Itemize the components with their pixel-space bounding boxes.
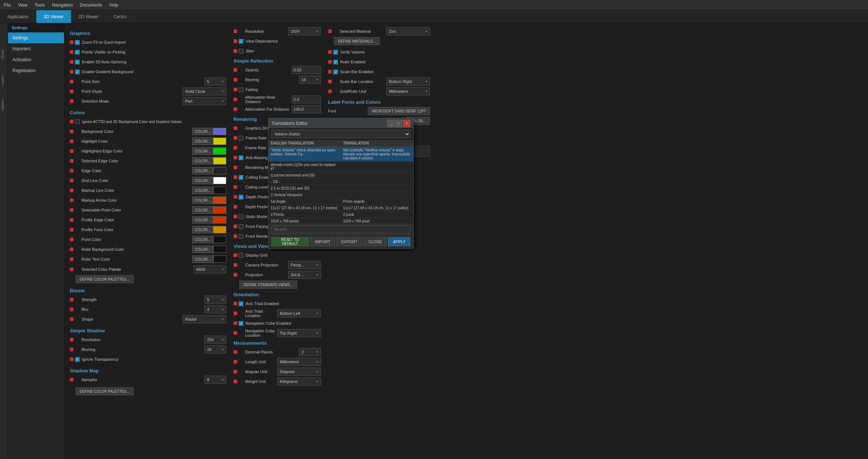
cb-shadow-ignore-transparency-box[interactable] (75, 357, 80, 362)
lang-select[interactable]: Italiano (Italia) (271, 130, 410, 138)
select-shadow-resolution[interactable]: 256 ▾ (204, 336, 226, 344)
cb-enable-3d[interactable]: Enable 3D Auto-Spinning (75, 60, 127, 64)
cb-frame-rate-enabled-box[interactable] (239, 136, 243, 141)
cb-fading-box[interactable] (239, 87, 243, 92)
select-bloom-blur[interactable]: 4 ▾ (204, 305, 226, 313)
cb-jitter[interactable]: Jitter (239, 49, 254, 54)
select-point-size[interactable]: 5 ▾ (204, 78, 226, 86)
select-shadow-map-samples[interactable]: 8 ▾ (204, 376, 226, 384)
cb-ignore-act3d[interactable]: Ignore ACT3D and 3D Background Color and… (75, 119, 182, 124)
translations-dialog[interactable]: Translations Editor _ □ × Italiano (Ital… (268, 118, 414, 249)
color-btn-12[interactable]: COLOR... (192, 246, 213, 253)
cb-culling-enabled-box[interactable] (239, 175, 243, 180)
select-resolution[interactable]: 1024 ▾ (288, 27, 321, 35)
cb-display-grid-box[interactable] (239, 253, 243, 258)
sidebar-item-registration[interactable]: Registration (8, 65, 64, 76)
color-btn-10[interactable]: COLOR... (192, 226, 213, 233)
cb-fading[interactable]: Fading (239, 87, 258, 92)
reset-to-default-button[interactable]: RESET TO DEFAULT (271, 237, 308, 246)
color-btn-2[interactable]: COLOR... (192, 147, 213, 155)
select-bloom-shape[interactable]: Radial ▾ (183, 315, 226, 323)
tab-centro[interactable]: Centro (106, 10, 134, 23)
import-button[interactable]: IMPORT (310, 237, 335, 246)
menu-help[interactable]: Help (106, 1, 122, 9)
dialog-row-4[interactable]: 2.5 to 2019 (2D and 3D) (268, 185, 413, 192)
input-attenuation-far[interactable] (292, 105, 321, 113)
dialog-row-1[interactable]: already exists.(1)Do you want to replace… (268, 162, 413, 172)
cb-zoom-fit[interactable]: Zoom Fit on Each Import (75, 40, 126, 45)
cb-anti-aliasing[interactable]: Anti-Aliasing (239, 155, 268, 160)
apply-button[interactable]: APPLY (388, 237, 410, 246)
export-button[interactable]: EXPORT (337, 237, 362, 246)
color-btn-8[interactable]: COLOR... (192, 206, 213, 214)
dialog-minimize-button[interactable]: _ (387, 120, 394, 127)
cb-front-rendered-pmi-box[interactable] (239, 234, 243, 239)
select-scale-bar-location[interactable]: Bottom Right ▾ (386, 78, 430, 86)
select-selection-mode[interactable]: Part ▾ (183, 97, 226, 105)
select-grid-ruler-unit[interactable]: Millimeters ▾ (386, 87, 430, 95)
nav-icon-layers[interactable]: Layers (1, 63, 7, 85)
cb-ignore-act3d-box[interactable] (75, 119, 80, 124)
color-btn-9[interactable]: COLOR... (192, 216, 213, 223)
dialog-close-button[interactable]: × (403, 120, 410, 127)
select-shadow-blurring[interactable]: 16 ▾ (204, 345, 226, 353)
cb-ruler-enabled-box[interactable] (333, 60, 338, 64)
cb-points-visible-box[interactable] (75, 50, 80, 55)
color-btn-1[interactable]: COLOR... (192, 138, 213, 145)
cb-ruler-enabled[interactable]: Ruler Enabled (333, 60, 366, 64)
tab-2d-viewer[interactable]: 2D Viewer (71, 10, 106, 23)
cb-view-dependence-box[interactable] (239, 39, 243, 44)
cb-front-facing-pmi-box[interactable] (239, 224, 243, 229)
cb-enable-3d-box[interactable] (75, 60, 80, 64)
dialog-row-0[interactable]: "Verify Volume" check detected an open s… (268, 147, 413, 162)
color-btn-6[interactable]: COLOR... (192, 187, 213, 194)
dialog-row-8[interactable]: 2 Points 2 punti (268, 211, 413, 218)
select-camera-projection[interactable]: Persp... ▾ (288, 261, 321, 269)
dialog-row-3[interactable]: - OK - (268, 179, 413, 185)
select-point-glyph[interactable]: Solid Circle ▾ (183, 87, 226, 95)
define-standard-views-button[interactable]: DEFINE STANDARD VIEWS... (239, 281, 297, 289)
cb-navigation-cube-enabled-box[interactable] (239, 321, 243, 326)
select-axis-triad-location[interactable]: Bottom Left ▾ (277, 309, 321, 317)
dialog-row-9[interactable]: 1024 x 768 pixels 1024 x 768 pixel (268, 218, 413, 224)
color-btn-7[interactable]: COLOR... (192, 197, 213, 204)
sidebar-item-activation[interactable]: Activation (8, 54, 64, 65)
menu-navigation[interactable]: Navigation (48, 1, 76, 9)
cb-enable-gradient-box[interactable] (75, 70, 80, 74)
color-btn-4[interactable]: COLOR... (192, 167, 213, 174)
cb-points-visible[interactable]: Points Visible on Picking (75, 50, 126, 55)
nav-icon-library[interactable]: Library (1, 38, 7, 60)
tab-3d-viewer[interactable]: 3D Viewer (36, 10, 71, 23)
menu-view[interactable]: View (14, 1, 31, 9)
define-materials-button[interactable]: DEFINE MATERIALS... (334, 37, 380, 45)
dialog-search-input[interactable] (271, 225, 410, 233)
define-palettes-button[interactable]: DEFINE COLOR PALETTES... (76, 275, 134, 283)
select-blurring[interactable]: 16 ▾ (299, 76, 321, 84)
select-decimal-places[interactable]: 2 ▾ (299, 348, 321, 356)
dialog-maximize-button[interactable]: □ (395, 120, 402, 127)
cb-enable-gradient[interactable]: Enable Gradient Background (75, 70, 133, 74)
nav-icon-options[interactable]: Options (1, 89, 7, 111)
menu-documents[interactable]: Documents (76, 1, 106, 9)
dialog-row-5[interactable]: 2 Vertical Viewports (268, 192, 413, 198)
input-attenuation-near[interactable] (292, 95, 321, 103)
select-selected-palette[interactable]: ANSI ▾ (194, 265, 226, 273)
sidebar-item-settings[interactable]: Settings (8, 32, 64, 43)
tab-application[interactable]: Application (0, 10, 36, 23)
font-value-button[interactable]: MICROSOFT SANS SERIF 12PT (368, 107, 430, 115)
color-btn-11[interactable]: COLOR... (192, 236, 213, 243)
select-projection[interactable]: 3rd A... ▾ (288, 271, 321, 279)
select-weight-unit[interactable]: Kilograms ▾ (277, 377, 321, 385)
cb-verify-volume-box[interactable] (333, 50, 338, 55)
menu-tools[interactable]: Tools (31, 1, 48, 9)
dialog-row-6[interactable]: 1st Angle Primo angolo (268, 198, 413, 205)
color-btn-13[interactable]: COLOR... (192, 256, 213, 263)
cb-shadow-ignore-transparency[interactable]: Ignore Transparency (75, 357, 119, 362)
define-color-palettes-bottom-button[interactable]: DEFINE COLOR PALETTES... (76, 387, 134, 395)
cb-zoom-fit-box[interactable] (75, 40, 80, 45)
menu-file[interactable]: File (0, 1, 14, 9)
dialog-row-7[interactable]: 11x17 (27.94 x 43.18 cm, 11 x 17 inches)… (268, 205, 413, 211)
cb-display-grid[interactable]: Display Grid (239, 253, 267, 258)
cb-scale-bar-enabled[interactable]: Scale Bar Enabled (333, 70, 373, 74)
cb-jitter-box[interactable] (239, 49, 243, 54)
